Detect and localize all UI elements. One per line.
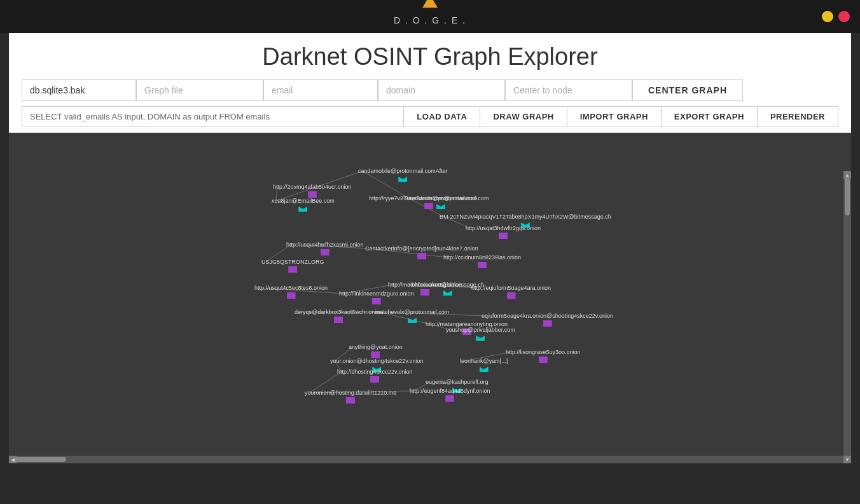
node-label: http://usqut4c5ec8tes6.onion xyxy=(254,285,328,291)
app-heading: Darknet OSINT Graph Explorer xyxy=(22,43,838,71)
node-label: deryqs@darkbox3kaot6wchr.onion xyxy=(295,309,382,315)
graph-node[interactable]: Sandstrom@protonmail.com xyxy=(405,195,477,209)
scroll-down-button[interactable]: ▼ xyxy=(843,456,851,463)
graph-node[interactable]: http://dhosting4skce22v.onion xyxy=(337,369,412,383)
graph-node[interactable]: leonhank@yam[...] xyxy=(460,358,508,372)
window-controls xyxy=(822,11,850,22)
graph-node[interactable]: USJG5QSTRONZLORG xyxy=(261,259,324,273)
graph-node[interactable]: xoa8jan@EmailBee.com xyxy=(272,198,335,212)
email-node-icon xyxy=(398,175,407,182)
graph-node[interactable]: http://usqut4c5ec8tes6.onion xyxy=(254,285,328,299)
node-label: matchevolx@protonmail.com xyxy=(375,309,449,315)
node-label: http://usqut4hwfh2xasmi.onion xyxy=(286,242,364,248)
node-label: USJG5QSTRONZLORG xyxy=(261,259,324,265)
domain-node-icon xyxy=(334,317,343,323)
header: Darknet OSINT Graph Explorer CENTER GRAP… xyxy=(9,33,851,133)
domain-node-icon xyxy=(499,233,508,239)
import-graph-button[interactable]: IMPORT GRAPH xyxy=(567,106,661,127)
db-file-input[interactable] xyxy=(22,79,136,101)
graph-node[interactable]: http://usqut4hwfh2xasmi.onion xyxy=(286,242,364,255)
email-node-icon xyxy=(436,203,445,209)
domain-node-icon xyxy=(288,266,297,273)
node-label: youshop@privaljabber.com xyxy=(446,327,515,333)
email-node-icon xyxy=(298,205,307,212)
titlebar: D . O . G . E . xyxy=(0,0,860,33)
domain-node-icon xyxy=(543,320,552,327)
load-data-button[interactable]: LOAD DATA xyxy=(403,106,480,127)
domain-node-icon xyxy=(287,292,296,299)
graph-node[interactable]: http://ccidnum8n8239las.onion xyxy=(443,254,521,268)
domain-node-icon xyxy=(445,395,454,402)
app-logo xyxy=(422,0,438,8)
node-label: http://ccidnum8n8239las.onion xyxy=(443,254,521,261)
graph-node[interactable]: youronion@hosting.darwiirt1210.me xyxy=(305,390,396,404)
node-label: xoa8jan@EmailBee.com xyxy=(272,198,335,204)
export-graph-button[interactable]: EXPORT GRAPH xyxy=(661,106,757,127)
app-title: D . O . G . E . xyxy=(394,15,466,25)
center-node-input[interactable] xyxy=(505,79,632,101)
graph-node[interactable]: candamobile@protonmail.comAfter xyxy=(358,168,448,182)
email-node-icon xyxy=(476,334,485,341)
node-label: Contactkerinfo@[encrypted]nun4kioe7.onio… xyxy=(365,245,478,252)
horizontal-scrollbar[interactable]: ◀ ▶ xyxy=(9,456,851,463)
node-label: leonhank@yam[...] xyxy=(460,358,508,364)
domain-node-icon xyxy=(507,292,516,299)
domain-node-icon xyxy=(371,351,380,358)
graph-node[interactable]: http://eugenf84aq4a5dynf.onion xyxy=(410,388,490,402)
node-label: your.onion@dhosting4skce22v.onion xyxy=(330,358,424,364)
graph-node[interactable]: http://2ovmq4afab5o4ucr.onion xyxy=(273,184,352,198)
domain-node-icon xyxy=(478,262,487,268)
domain-node-icon xyxy=(539,357,548,363)
graph-svg xyxy=(9,133,851,463)
toolbar-row-2: LOAD DATA DRAW GRAPH IMPORT GRAPH EXPORT… xyxy=(22,106,838,127)
prerender-button[interactable]: PRERENDER xyxy=(757,106,838,127)
domain-node-icon xyxy=(372,298,381,304)
node-label: anything@yoat.onion xyxy=(349,344,403,350)
domain-node-icon xyxy=(370,376,379,383)
graph-node[interactable]: http://lisongrase5uy3oo.onion xyxy=(506,349,581,363)
email-input[interactable] xyxy=(263,79,378,101)
domain-node-icon xyxy=(417,253,426,259)
graph-file-input[interactable] xyxy=(136,79,263,101)
node-label: http://eqiuform5oage4ara.onion xyxy=(471,285,551,291)
node-label: http://lisongrase5uy3oo.onion xyxy=(506,349,581,355)
vertical-scrollbar[interactable]: ▲ ▼ xyxy=(843,171,851,463)
domain-node-icon xyxy=(346,397,355,404)
graph-area[interactable]: candamobile@protonmail.comAfterhttp://2o… xyxy=(9,133,851,463)
query-input[interactable] xyxy=(22,106,403,127)
graph-node[interactable]: http://usqat3h4wftr2gqs.onion xyxy=(466,225,541,239)
node-label: http://dhosting4skce22v.onion xyxy=(337,369,412,375)
center-graph-button[interactable]: CENTER GRAPH xyxy=(632,79,743,101)
node-label: BM-2cTNZvM4pIacqV1T2Tabe8hpX1my4U7hX2W@b… xyxy=(440,214,611,220)
domain-node-icon xyxy=(308,191,317,198)
vertical-scrollbar-thumb[interactable] xyxy=(845,177,850,215)
node-label: http://usqat3h4wftr2gqs.onion xyxy=(466,225,541,231)
node-label: eqiuform5oage4kra.onion@shooting4skce22v… xyxy=(482,313,613,319)
horizontal-scrollbar-thumb[interactable] xyxy=(15,457,66,462)
node-label: http://2ovmq4afab5o4ucr.onion xyxy=(273,184,352,190)
email-node-icon xyxy=(443,289,452,296)
node-label: candamobile@protonmail.comAfter xyxy=(358,168,448,174)
toolbar-row-1: CENTER GRAPH xyxy=(22,79,838,101)
node-label: youronion@hosting.darwiirt1210.me xyxy=(305,390,396,396)
close-button[interactable] xyxy=(838,11,850,22)
main-panel: Darknet OSINT Graph Explorer CENTER GRAP… xyxy=(9,33,851,133)
node-label: eugenia@kashpureff.org xyxy=(426,379,489,385)
graph-node[interactable]: youshop@privaljabber.com xyxy=(446,327,515,341)
graph-node[interactable]: deryqs@darkbox3kaot6wchr.onion xyxy=(295,309,382,323)
email-node-icon xyxy=(408,317,417,323)
domain-node-icon xyxy=(321,249,329,255)
graph-node[interactable]: http://eqiuform5oage4ara.onion xyxy=(471,285,551,299)
minimize-button[interactable] xyxy=(822,11,833,22)
email-node-icon xyxy=(480,365,489,372)
domain-input[interactable] xyxy=(378,79,505,101)
node-label: Sandstrom@protonmail.com xyxy=(405,195,477,201)
draw-graph-button[interactable]: DRAW GRAPH xyxy=(480,106,566,127)
graph-node[interactable]: anything@yoat.onion xyxy=(349,344,403,358)
node-label: http://eugenf84aq4a5dynf.onion xyxy=(410,388,490,394)
